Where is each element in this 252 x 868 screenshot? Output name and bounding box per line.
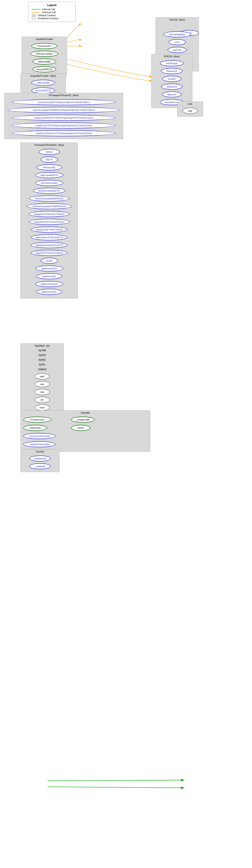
node-SM-mod[interactable]: mod xyxy=(35,405,50,410)
node-R01-swapExactTokensForTokens[interactable]: swapExactTokensForTokens xyxy=(29,211,70,217)
contract-lock: lock add xyxy=(177,101,203,117)
node-ILP-recoverERC20[interactable]: recoverERC20 xyxy=(31,88,55,94)
node-IERC20-totalSupply[interactable]: totalSupply xyxy=(160,60,184,66)
node-R01-swapTokensForExactTokens[interactable]: swapTokensForExactTokens xyxy=(29,219,70,225)
node-IERC20-balanceOf[interactable]: balanceOf xyxy=(161,68,183,74)
contract-ILiquidityProvider-title: ILiquidityProvider (iface) xyxy=(21,74,66,78)
node-R01-getAmountIn[interactable]: getAmountIn xyxy=(36,273,62,279)
contract-LiquidityProvider: LiquidityProvider <Constructor> <Receive… xyxy=(22,37,67,75)
node-Ownable-msgSender[interactable]: _msgSender xyxy=(71,416,95,423)
node-LP-receive[interactable]: <Receive Ether> xyxy=(30,51,58,57)
contract-IUniswapV2Router01-title: IUniswapV2Router01 (iface) xyxy=(21,143,78,147)
node-R01-getAmountsOut[interactable]: getAmountsOut xyxy=(35,281,63,287)
node-IOneUp-approve[interactable]: approve xyxy=(168,47,187,53)
contract-SafeMath: SafeMath (lib) tryAdd trySub tryMul tryD… xyxy=(21,343,64,413)
legend-external-label: External Call xyxy=(42,11,56,13)
legend-external-call: External Call xyxy=(32,11,72,13)
node-SM-mul[interactable]: mul xyxy=(35,389,50,395)
node-R02-swapExactETHForTokens[interactable]: swapExactETHForTokensSupportingFeeOnTran… xyxy=(12,122,116,128)
node-R02-removeLiquidityETHSupporting[interactable]: removeLiquidityETHSupportingFeeOnTransfe… xyxy=(12,99,116,105)
contract-Ownable-title: Ownable xyxy=(21,410,150,415)
contract-LiquidityProvider-title: LiquidityProvider xyxy=(22,37,67,41)
node-SM-tryMod: tryMod xyxy=(21,367,63,372)
legend-defined-label: Defined Contract xyxy=(38,14,56,17)
node-SM-add[interactable]: add xyxy=(35,373,50,379)
node-IERC20-approve[interactable]: approve xyxy=(162,91,181,97)
legend-internal-call: Internal Call xyxy=(32,8,72,10)
node-LP-constructor[interactable]: <Constructor> xyxy=(31,43,57,49)
contract-Context-title: Context xyxy=(21,450,59,454)
legend-undefined-contract: Undefined Contract xyxy=(32,17,72,20)
legend-box: Legend Internal Call External Call Defin… xyxy=(28,2,76,22)
contract-IUniswapV2Router01: IUniswapV2Router01 (iface) factory WETH … xyxy=(21,143,78,299)
node-SM-tryDiv: tryDiv xyxy=(21,362,63,367)
node-IERC20-transfer[interactable]: transfer xyxy=(162,76,181,82)
node-R01-WETH[interactable]: WETH xyxy=(40,157,58,163)
legend-undefined-label: Undefined Contract xyxy=(38,17,58,20)
node-R01-swapExactETHForTokens[interactable]: swapExactETHForTokens xyxy=(31,226,68,232)
node-R01-factory[interactable]: factory xyxy=(38,149,60,155)
node-IERC20-allowance[interactable]: allowance xyxy=(161,84,183,90)
node-SM-tryMul: tryMul xyxy=(21,358,63,362)
node-Ownable-renounceOwnership[interactable]: renounceOwnership xyxy=(23,433,56,439)
node-LP-addLiquidity[interactable]: addLiquidity xyxy=(32,59,56,65)
contract-IERC20: IERC20 (iface) totalSupply balanceOf tra… xyxy=(151,54,192,108)
node-SM-trySub: trySub xyxy=(21,353,63,358)
node-R01-getAmountsIn[interactable]: getAmountsIn xyxy=(36,289,62,295)
node-SM-sub[interactable]: sub xyxy=(35,381,50,387)
node-lock-add[interactable]: add xyxy=(183,108,198,114)
node-R02-swapExactTokensForTokens[interactable]: swapExactTokensForTokensSupportingFeeOnT… xyxy=(12,115,116,121)
node-R01-getAmountOut[interactable]: getAmountOut xyxy=(35,266,63,272)
contract-lock-title: lock xyxy=(177,102,203,106)
node-IOneUp-mint[interactable]: mint xyxy=(169,39,186,45)
node-R01-removeLiquidityWithPermit[interactable]: removeLiquidityWithPermit xyxy=(29,195,70,202)
node-R01-swapTokensForExactETH[interactable]: swapTokensForExactETH xyxy=(31,234,68,240)
diagram-container: Legend Internal Call External Call Defin… xyxy=(0,0,252,868)
node-LP-recoverERC20[interactable]: recoverERC20 xyxy=(32,66,56,72)
node-R01-addLiquidity[interactable]: addLiquidity xyxy=(36,164,62,170)
node-R01-swapETHForExactTokens[interactable]: swapETHForExactTokens xyxy=(31,250,68,256)
node-Ownable-transferOwnership[interactable]: transferOwnership xyxy=(23,441,56,447)
node-Context-msgSender[interactable]: _msgSender xyxy=(29,456,51,462)
node-Ownable-owner[interactable]: owner xyxy=(71,425,90,431)
node-R02-removeLiquidityETHWithPermit[interactable]: removeLiquidityETHWithPermitSupportingFe… xyxy=(7,107,120,113)
node-ILP-addLiquidity[interactable]: addLiquidity xyxy=(31,80,55,86)
contract-Ownable: Ownable <Constructor> onlyOwner renounce… xyxy=(21,410,150,452)
contract-IUniswapV2Router02-title: IUniswapV2Router02 (iface) xyxy=(4,93,123,97)
node-R01-removeLiquidityETHWithPermit[interactable]: removeLiquidityETHWithPermit xyxy=(27,203,72,209)
node-R01-quote[interactable]: quote xyxy=(40,258,58,264)
node-R01-addLiquidityETH[interactable]: addLiquidityETH xyxy=(35,172,63,178)
node-R01-swapExactTokensForETH[interactable]: swapExactTokensForETH xyxy=(31,242,68,248)
node-Context-msgData[interactable]: _msgData xyxy=(29,463,51,469)
contract-SafeMath-title: SafeMath (lib) xyxy=(21,344,63,348)
node-Ownable-constructor[interactable]: <Constructor> xyxy=(23,416,51,423)
contract-IERC20-title: IERC20 (iface) xyxy=(151,54,192,59)
node-R02-swapExactTokensForETH[interactable]: swapExactTokensForETHSupportingFeeOnTran… xyxy=(12,130,116,136)
contract-Context: Context _msgSender _msgData xyxy=(21,449,59,472)
node-SM-tryAdd: tryAdd xyxy=(21,348,63,353)
node-Ownable-onlyOwner[interactable]: onlyOwner xyxy=(23,425,47,431)
contract-IUniswapV2Router02: IUniswapV2Router02 (iface) removeLiquidi… xyxy=(4,93,123,139)
contract-IOneUp-title: IOneUp (iface) xyxy=(156,18,199,22)
node-R01-removeLiquidityETH[interactable]: removeLiquidityETH xyxy=(33,188,65,194)
node-R01-removeLiquidity[interactable]: removeLiquidity xyxy=(35,180,63,186)
legend-internal-label: Internal Call xyxy=(42,8,55,10)
legend-title: Legend xyxy=(32,4,72,7)
node-SM-div[interactable]: div xyxy=(35,397,50,403)
node-IOneUp-setTradingStart[interactable]: setTradingStart xyxy=(163,31,191,37)
legend-defined-contract: Defined Contract xyxy=(32,14,72,17)
